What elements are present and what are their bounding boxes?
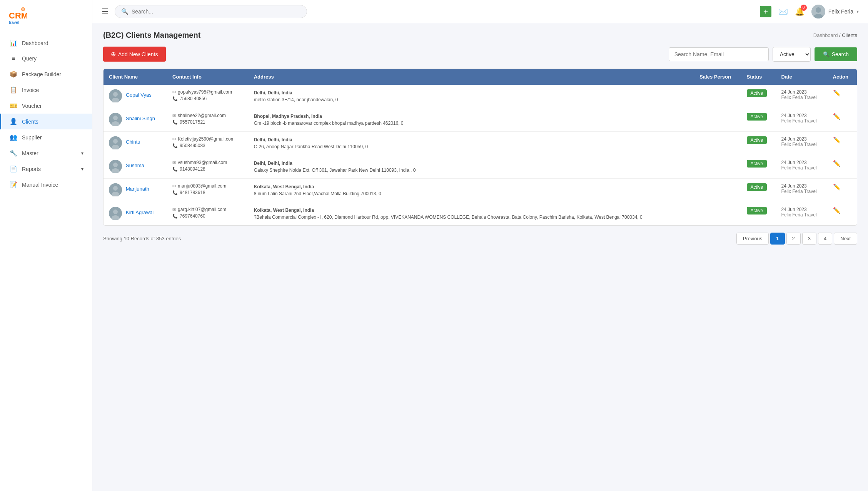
- user-dropdown-icon: ▾: [856, 9, 859, 14]
- clients-table-wrapper: Client Name Contact Info Address Sales P…: [103, 69, 857, 226]
- pagination-previous-button[interactable]: Previous: [736, 233, 769, 245]
- address-text: Delhi, Delhi, IndiaC-26, Anoop Nagar Pan…: [254, 136, 689, 150]
- mail-icon[interactable]: ✉️: [778, 7, 788, 16]
- edit-button[interactable]: ✏️: [833, 113, 841, 120]
- contact-email: ✉ shalinee22@gmail.com: [172, 113, 243, 118]
- col-action: Action: [828, 69, 857, 85]
- avatar: [811, 5, 825, 18]
- add-new-clients-button[interactable]: ⊕ Add New Clients: [103, 47, 166, 62]
- contact-phone: 📞 75680 40856: [172, 96, 243, 101]
- pagination-controls: Previous 1 2 3 4 Next: [736, 233, 857, 245]
- sidebar-item-label: Voucher: [22, 103, 42, 109]
- search-icon: 🔍: [823, 51, 830, 57]
- status-cell: Active: [741, 202, 776, 226]
- contact-info-cell: ✉ vsushma93@gmail.com 📞 9148094128: [167, 155, 249, 179]
- breadcrumb-home[interactable]: Dashboard: [813, 32, 838, 38]
- search-icon: 🔍: [121, 8, 129, 15]
- svg-point-4: [22, 8, 24, 10]
- agency-name: Felix Feria Travel: [781, 118, 822, 124]
- sidebar-item-label: Reports: [22, 166, 41, 172]
- add-quick-button[interactable]: ＋: [760, 6, 771, 17]
- topbar-search-input[interactable]: [132, 8, 300, 15]
- client-name[interactable]: Shalini Singh: [126, 116, 155, 121]
- client-name[interactable]: Gopal Vyas: [126, 92, 152, 98]
- search-name-input[interactable]: [669, 47, 769, 61]
- logo-icon: CRM travel: [7, 5, 27, 25]
- sales-person-cell: [694, 202, 741, 226]
- contact-info-cell: ✉ garg.kirti07@gmail.com 📞 7697640760: [167, 202, 249, 226]
- search-button[interactable]: 🔍 Search: [815, 47, 857, 61]
- contact-email: ✉ manju0893@gmail.com: [172, 183, 243, 189]
- client-name[interactable]: Kirti Agrawal: [126, 209, 154, 215]
- client-name-cell: Manjunath: [103, 179, 167, 202]
- client-avatar: [109, 207, 122, 220]
- master-chevron-icon: ▾: [81, 151, 83, 156]
- page-title: (B2C) Clients Management: [103, 31, 200, 40]
- contact-info-cell: ✉ manju0893@gmail.com 📞 9481783618: [167, 179, 249, 202]
- status-cell: Active: [741, 108, 776, 132]
- col-sales-person: Sales Person: [694, 69, 741, 85]
- pagination-page-4[interactable]: 4: [818, 233, 832, 245]
- client-name-cell: Sushma: [103, 155, 167, 179]
- svg-text:CRM: CRM: [9, 11, 27, 20]
- client-name[interactable]: Chintu: [126, 139, 140, 145]
- edit-button[interactable]: ✏️: [833, 160, 841, 167]
- edit-button[interactable]: ✏️: [833, 136, 841, 144]
- email-icon: ✉: [172, 207, 176, 212]
- client-name[interactable]: Manjunath: [126, 186, 149, 192]
- sidebar-item-clients[interactable]: 👤 Clients: [0, 114, 92, 129]
- pagination-page-2[interactable]: 2: [786, 233, 801, 245]
- edit-button[interactable]: ✏️: [833, 207, 841, 214]
- sidebar-item-supplier[interactable]: 👥 Supplier: [0, 129, 92, 145]
- package-builder-icon: 📦: [10, 70, 17, 78]
- svg-point-15: [113, 139, 118, 144]
- col-address: Address: [249, 69, 694, 85]
- invoice-icon: 📋: [10, 86, 17, 94]
- address-text: Delhi, Delhi, IndiaGalaxy Shephire Noida…: [254, 160, 689, 174]
- notification-icon[interactable]: 🔔 0: [795, 7, 805, 16]
- sidebar-item-package-builder[interactable]: 📦 Package Builder: [0, 66, 92, 82]
- toolbar: ⊕ Add New Clients Active Inactive All 🔍 …: [103, 47, 857, 62]
- sidebar-item-dashboard[interactable]: 📊 Dashboard: [0, 35, 92, 51]
- query-icon: ≡: [10, 55, 17, 62]
- action-cell: ✏️: [828, 132, 857, 155]
- user-menu[interactable]: Felix Feria ▾: [811, 5, 859, 18]
- status-badge: Active: [747, 207, 767, 214]
- phone-icon: 📞: [172, 96, 178, 101]
- status-select[interactable]: Active Inactive All: [773, 47, 811, 62]
- contact-info-cell: ✉ shalinee22@gmail.com 📞 9557017521: [167, 108, 249, 132]
- sidebar-item-invoice[interactable]: 📋 Invoice: [0, 82, 92, 98]
- pagination-page-3[interactable]: 3: [802, 233, 816, 245]
- menu-button[interactable]: ☰: [102, 7, 108, 16]
- manual-invoice-icon: 📝: [10, 181, 17, 188]
- sidebar-item-query[interactable]: ≡ Query: [0, 51, 92, 66]
- address-cell: Delhi, Delhi, IndiaGalaxy Shephire Noida…: [249, 155, 694, 179]
- search-btn-label: Search: [832, 51, 849, 57]
- sidebar-item-master[interactable]: 🔧 Master ▾: [0, 145, 92, 161]
- client-name[interactable]: Sushma: [126, 163, 144, 168]
- sidebar-item-manual-invoice[interactable]: 📝 Manual Invoice: [0, 177, 92, 193]
- action-cell: ✏️: [828, 85, 857, 108]
- client-name-cell: Kirti Agrawal: [103, 202, 167, 226]
- date-value: 24 Jun 2023: [781, 136, 822, 142]
- client-avatar: [109, 136, 122, 149]
- pagination-page-1[interactable]: 1: [770, 233, 785, 245]
- edit-button[interactable]: ✏️: [833, 89, 841, 97]
- phone-icon: 📞: [172, 167, 178, 172]
- contact-email: ✉ vsushma93@gmail.com: [172, 160, 243, 165]
- table-row: Gopal Vyas ✉ gopalvyas795@gmail.com 📞 75…: [103, 85, 857, 108]
- date-cell: 24 Jun 2023 Felix Feria Travel: [776, 132, 828, 155]
- date-value: 24 Jun 2023: [781, 160, 822, 165]
- sidebar-item-label: Clients: [22, 119, 38, 125]
- toolbar-right: Active Inactive All 🔍 Search: [669, 47, 857, 62]
- contact-info-cell: ✉ gopalvyas795@gmail.com 📞 75680 40856: [167, 85, 249, 108]
- edit-button[interactable]: ✏️: [833, 183, 841, 191]
- address-text: Delhi, Delhi, Indiametro station 3E/14, …: [254, 89, 689, 103]
- svg-point-6: [816, 7, 821, 13]
- date-cell: 24 Jun 2023 Felix Feria Travel: [776, 202, 828, 226]
- pagination-next-button[interactable]: Next: [834, 233, 857, 245]
- sidebar-item-voucher[interactable]: 🎫 Voucher: [0, 98, 92, 114]
- sidebar-item-reports[interactable]: 📄 Reports ▾: [0, 161, 92, 177]
- sidebar-item-label: Invoice: [22, 87, 39, 93]
- address-cell: Delhi, Delhi, IndiaC-26, Anoop Nagar Pan…: [249, 132, 694, 155]
